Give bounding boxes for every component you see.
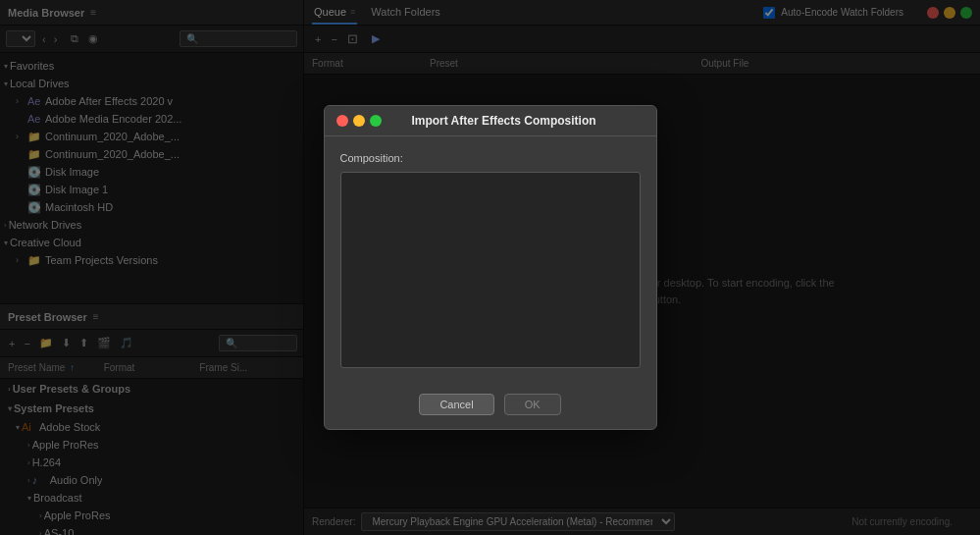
modal-maximize-button[interactable]: [370, 115, 382, 127]
modal-close-button[interactable]: [336, 115, 348, 127]
composition-listbox[interactable]: [340, 172, 641, 368]
modal-body: Composition:: [325, 136, 656, 384]
import-ae-composition-modal: Import After Effects Composition Composi…: [324, 105, 657, 430]
modal-title: Import After Effects Composition: [387, 114, 621, 128]
modal-ok-button[interactable]: OK: [504, 394, 561, 415]
modal-footer: Cancel OK: [325, 384, 656, 429]
modal-traffic-lights: [336, 115, 382, 127]
modal-minimize-button[interactable]: [353, 115, 365, 127]
modal-titlebar: Import After Effects Composition: [325, 106, 656, 136]
modal-overlay: Import After Effects Composition Composi…: [0, 0, 980, 535]
composition-label: Composition:: [340, 152, 641, 164]
modal-cancel-button[interactable]: Cancel: [419, 394, 493, 415]
